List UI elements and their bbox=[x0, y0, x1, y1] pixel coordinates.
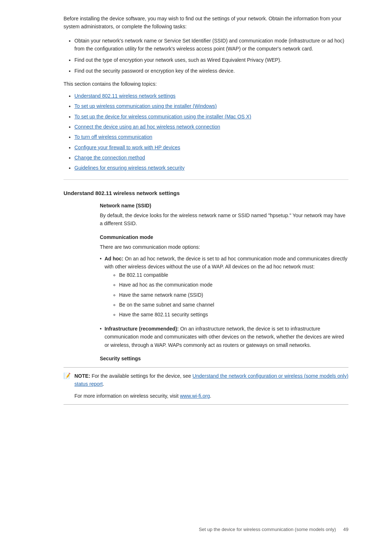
section-divider bbox=[64, 179, 348, 180]
note-content: 📝 NOTE: For the available settings for t… bbox=[64, 372, 348, 388]
bullet-item-3: Find out the security password or encryp… bbox=[74, 67, 348, 75]
footer-label: Set up the device for wireless communica… bbox=[199, 527, 336, 532]
infra-text: Infrastructure (recommended): On an infr… bbox=[105, 325, 348, 349]
link-turnoff[interactable]: To turn off wireless communication bbox=[74, 134, 152, 140]
adhoc-sub-1: Be 802.11 compatible bbox=[119, 271, 348, 279]
network-name-subheading: Network name (SSID) bbox=[100, 203, 348, 208]
bullet-item-2: Find out the type of encryption your net… bbox=[74, 56, 348, 64]
link-setup-windows[interactable]: To set up wireless communication using t… bbox=[74, 103, 217, 109]
adhoc-sub-list: Be 802.11 compatible Have ad hoc as the … bbox=[119, 271, 348, 319]
comm-mode-intro: There are two communication mode options… bbox=[100, 243, 348, 251]
link-item-6: Configure your firewall to work with HP … bbox=[74, 143, 348, 151]
adhoc-item: • Ad hoc: On an ad hoc network, the devi… bbox=[100, 255, 348, 322]
link-item-3: To set up the device for wireless commun… bbox=[74, 113, 348, 121]
note-period: . bbox=[103, 381, 104, 387]
adhoc-sub-3: Have the same network name (SSID) bbox=[119, 291, 348, 299]
network-name-content: By default, the device looks for the wir… bbox=[100, 211, 348, 228]
link-understand-802[interactable]: Understand 802.11 wireless network setti… bbox=[74, 93, 176, 99]
bullet-item-1: Obtain your network's network name or Se… bbox=[74, 37, 348, 53]
section-heading: Understand 802.11 wireless network setti… bbox=[64, 190, 348, 196]
adhoc-label: Ad hoc: bbox=[105, 256, 123, 262]
infra-item: • Infrastructure (recommended): On an in… bbox=[100, 325, 348, 349]
footer-text-container: Set up the device for wireless communica… bbox=[199, 527, 348, 532]
topic-intro: This section contains the following topi… bbox=[64, 80, 348, 88]
note-icon: 📝 bbox=[64, 372, 71, 379]
note-label: NOTE: bbox=[74, 373, 90, 379]
link-connection-method[interactable]: Change the connection method bbox=[74, 155, 145, 161]
link-item-8: Guidelines for ensuring wireless network… bbox=[74, 164, 348, 172]
extra-text: For more information on wireless securit… bbox=[74, 393, 180, 399]
link-adhoc[interactable]: Connect the device using an ad hoc wirel… bbox=[74, 124, 220, 130]
bullet-list: Obtain your network's network name or Se… bbox=[74, 37, 348, 75]
adhoc-sub-2: Have ad hoc as the communication mode bbox=[119, 281, 348, 289]
link-item-1: Understand 802.11 wireless network setti… bbox=[74, 92, 348, 100]
page-container: Before installing the device software, y… bbox=[0, 0, 392, 439]
extra-period: . bbox=[210, 393, 211, 399]
note-extra: For more information on wireless securit… bbox=[74, 392, 348, 400]
link-firewall[interactable]: Configure your firewall to work with HP … bbox=[74, 145, 180, 150]
topic-link-list: Understand 802.11 wireless network setti… bbox=[74, 92, 348, 172]
wifi-link[interactable]: www.wi-fi.org bbox=[180, 393, 210, 399]
adhoc-text: Ad hoc: On an ad hoc network, the device… bbox=[105, 255, 348, 322]
intro-paragraph: Before installing the device software, y… bbox=[64, 15, 348, 31]
adhoc-sub-4: Be on the same subnet and same channel bbox=[119, 301, 348, 309]
infra-label: Infrastructure (recommended): bbox=[105, 326, 179, 332]
infra-dot: • bbox=[100, 325, 102, 349]
footer-page-number: 49 bbox=[343, 527, 348, 532]
page-footer: Set up the device for wireless communica… bbox=[0, 527, 392, 532]
adhoc-desc: On an ad hoc network, the device is set … bbox=[105, 256, 347, 270]
link-setup-mac[interactable]: To set up the device for wireless commun… bbox=[74, 114, 251, 119]
comm-mode-subheading: Communication mode bbox=[100, 234, 348, 240]
note-text: NOTE: For the available settings for the… bbox=[74, 372, 348, 388]
adhoc-dot: • bbox=[100, 255, 102, 322]
security-subheading: Security settings bbox=[100, 356, 348, 361]
note-box: 📝 NOTE: For the available settings for t… bbox=[64, 367, 348, 405]
note-body: For the available settings for the devic… bbox=[91, 373, 192, 379]
adhoc-section: • Ad hoc: On an ad hoc network, the devi… bbox=[100, 255, 348, 349]
link-item-7: Change the connection method bbox=[74, 154, 348, 162]
link-item-4: Connect the device using an ad hoc wirel… bbox=[74, 123, 348, 131]
adhoc-sub-5: Have the same 802.11 security settings bbox=[119, 311, 348, 319]
link-item-5: To turn off wireless communication bbox=[74, 133, 348, 141]
link-security-guidelines[interactable]: Guidelines for ensuring wireless network… bbox=[74, 165, 184, 171]
link-item-2: To set up wireless communication using t… bbox=[74, 102, 348, 110]
